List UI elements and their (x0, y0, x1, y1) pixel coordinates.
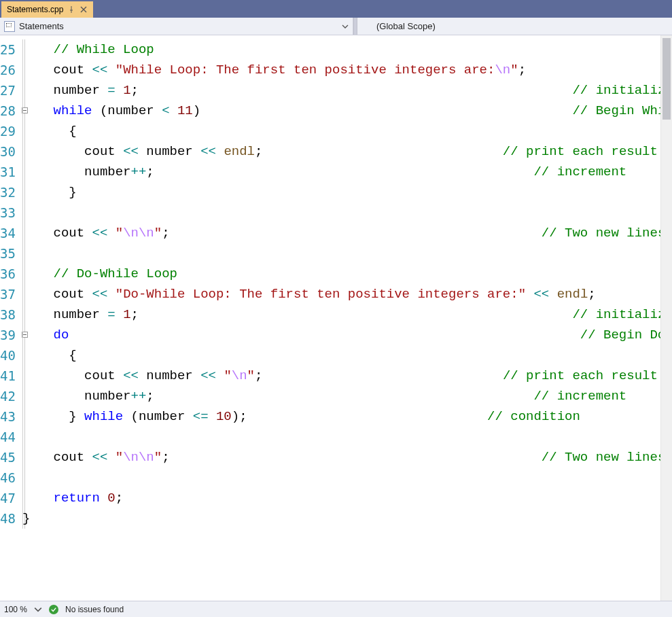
chevron-down-icon (342, 23, 349, 30)
line-number: 34 (0, 223, 21, 243)
line-number: 48 (0, 508, 21, 529)
ide-window: Statements.cpp Statements (Global Scope)… (0, 0, 672, 617)
vertical-scrollbar[interactable] (660, 35, 672, 601)
line-number: 33 (0, 202, 21, 223)
code-line[interactable]: cout << "\n\n"; // Two new lines separat… (21, 447, 672, 468)
nav-left-text: Statements (19, 21, 64, 31)
code-editor[interactable]: 2526272829303132333435363738394041424344… (0, 35, 672, 601)
nav-scope-right[interactable]: (Global Scope) (357, 18, 672, 35)
issues-text: No issues found (65, 605, 124, 614)
line-number: 45 (0, 447, 21, 468)
line-number: 28 (0, 101, 21, 121)
line-number: 25 (0, 39, 21, 60)
code-line[interactable]: } (21, 508, 672, 529)
code-line[interactable] (21, 468, 672, 488)
code-line[interactable]: number++; // increment (21, 162, 672, 182)
code-line[interactable] (21, 427, 672, 447)
line-number: 39 (0, 325, 21, 345)
tab-filename: Statements.cpp (7, 5, 63, 14)
line-number: 38 (0, 304, 21, 325)
code-line[interactable]: // Do-While Loop (21, 264, 672, 284)
line-number: 42 (0, 386, 21, 406)
line-number: 35 (0, 243, 21, 264)
code-line[interactable]: do // Begin Do-While Loop (21, 325, 672, 345)
navigation-bar: Statements (Global Scope) (0, 18, 672, 35)
code-line[interactable]: { (21, 345, 672, 366)
code-line[interactable]: cout << "\n\n"; // Two new lines separat… (21, 223, 672, 243)
nav-scope-left[interactable]: Statements (0, 18, 353, 35)
line-number: 41 (0, 366, 21, 386)
zoom-level[interactable]: 100 % (4, 605, 27, 614)
code-line[interactable]: // While Loop (21, 39, 672, 60)
scrollbar-thumb[interactable] (662, 38, 671, 120)
document-tab-strip: Statements.cpp (0, 0, 672, 18)
code-line[interactable]: while (number < 11) // Begin While Loop,… (21, 101, 672, 121)
code-line[interactable] (21, 202, 672, 223)
code-line[interactable]: } while (number <= 10); // condition (21, 406, 672, 427)
code-line[interactable]: number = 1; // initialize (21, 304, 672, 325)
code-line[interactable]: } (21, 182, 672, 202)
document-tab-active[interactable]: Statements.cpp (1, 1, 93, 18)
project-icon (4, 21, 15, 32)
line-number-gutter: 2526272829303132333435363738394041424344… (0, 35, 21, 601)
line-number: 44 (0, 427, 21, 447)
line-number: 29 (0, 121, 21, 141)
line-number: 30 (0, 141, 21, 162)
code-line[interactable] (21, 243, 672, 264)
check-icon (49, 605, 58, 614)
code-line[interactable]: return 0; (21, 488, 672, 508)
line-number: 32 (0, 182, 21, 202)
code-line[interactable]: cout << "Do-While Loop: The first ten po… (21, 284, 672, 304)
line-number: 47 (0, 488, 21, 508)
line-number: 26 (0, 60, 21, 80)
line-number: 37 (0, 284, 21, 304)
line-number: 43 (0, 406, 21, 427)
code-line[interactable]: { (21, 121, 672, 141)
close-icon[interactable] (79, 5, 88, 14)
line-number: 31 (0, 162, 21, 182)
line-number: 27 (0, 80, 21, 101)
line-number: 46 (0, 468, 21, 488)
code-line[interactable]: cout << "While Loop: The first ten posit… (21, 60, 672, 80)
code-line[interactable]: number++; // increment (21, 386, 672, 406)
chevron-down-icon[interactable] (34, 605, 42, 614)
code-line[interactable]: cout << number << "\n"; // print each re… (21, 366, 672, 386)
pin-icon[interactable] (67, 5, 75, 14)
nav-right-text: (Global Scope) (376, 21, 436, 31)
status-bar: 100 % No issues found (0, 601, 672, 617)
line-number: 36 (0, 264, 21, 284)
code-line[interactable]: number = 1; // initialize (21, 80, 672, 101)
code-area[interactable]: // While Loop cout << "While Loop: The f… (21, 35, 672, 601)
code-line[interactable]: cout << number << endl; // print each re… (21, 141, 672, 162)
line-number: 40 (0, 345, 21, 366)
